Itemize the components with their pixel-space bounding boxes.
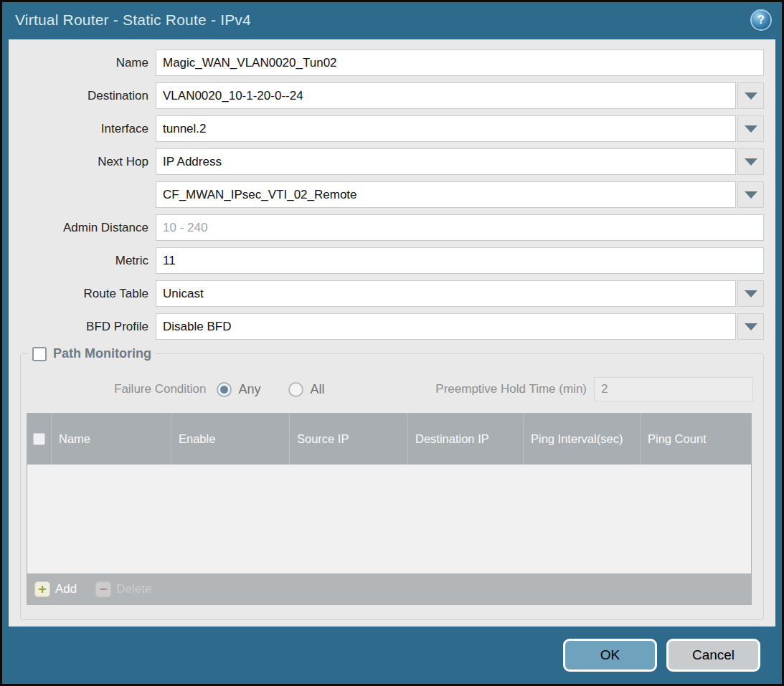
select-all-cell	[27, 414, 52, 465]
next-hop-row: Next Hop	[9, 148, 764, 175]
dialog-footer: OK Cancel	[2, 627, 782, 684]
metric-label: Metric	[9, 254, 156, 268]
add-plus-icon: +	[34, 581, 50, 597]
admin-distance-label: Admin Distance	[9, 221, 156, 235]
dialog-body: Name Destination Interface Next Hop	[9, 39, 775, 627]
add-button[interactable]: + Add	[34, 581, 77, 597]
bfd-profile-label: BFD Profile	[9, 320, 156, 334]
preemptive-hold-time-input[interactable]	[594, 377, 753, 401]
destination-dropdown-button[interactable]	[737, 82, 764, 109]
failure-condition-any-radio[interactable]: Any	[217, 382, 261, 397]
radio-icon	[217, 382, 232, 397]
destination-row: Destination	[9, 82, 764, 109]
name-input[interactable]	[156, 49, 764, 76]
delete-button[interactable]: − Delete	[95, 581, 151, 597]
dialog-title: Virtual Router - Static Route - IPv4	[15, 11, 251, 29]
chevron-down-icon	[745, 323, 757, 330]
dialog-window: Virtual Router - Static Route - IPv4 ? N…	[2, 2, 782, 684]
interface-dropdown-button[interactable]	[737, 115, 764, 142]
chevron-down-icon	[745, 191, 757, 199]
table-toolbar: + Add − Delete	[27, 573, 751, 604]
column-header-destination-ip[interactable]: Destination IP	[408, 414, 524, 465]
radio-icon	[288, 382, 303, 397]
destination-label: Destination	[9, 89, 156, 103]
delete-minus-icon: −	[95, 581, 111, 597]
admin-distance-row: Admin Distance	[9, 214, 764, 241]
delete-label: Delete	[116, 582, 151, 596]
next-hop-address-dropdown-button[interactable]	[737, 181, 764, 208]
path-monitoring-checkbox[interactable]	[32, 347, 47, 361]
static-route-form: Name Destination Interface Next Hop	[9, 40, 775, 340]
chevron-down-icon	[745, 92, 757, 100]
select-all-checkbox[interactable]	[33, 433, 45, 445]
failure-condition-label: Failure Condition	[114, 382, 207, 396]
chevron-down-icon	[745, 125, 757, 133]
column-header-ping-interval[interactable]: Ping Interval(sec)	[524, 414, 641, 465]
column-header-enable[interactable]: Enable	[171, 414, 290, 465]
help-icon[interactable]: ?	[752, 11, 770, 29]
name-row: Name	[9, 49, 764, 76]
ok-button[interactable]: OK	[563, 639, 657, 672]
failure-condition-row: Failure Condition Any All Preemptive Hol…	[27, 377, 753, 401]
chevron-down-icon	[745, 158, 757, 166]
question-mark-glyph: ?	[757, 14, 765, 26]
bfd-profile-input[interactable]	[156, 313, 736, 340]
add-label: Add	[55, 582, 77, 596]
route-table-label: Route Table	[9, 287, 156, 301]
next-hop-address-input[interactable]	[156, 181, 736, 208]
path-monitoring-title: Path Monitoring	[53, 346, 151, 361]
path-monitoring-legend: Path Monitoring	[28, 346, 156, 361]
radio-all-label: All	[311, 382, 325, 397]
route-table-row: Route Table	[9, 280, 764, 307]
failure-condition-all-radio[interactable]: All	[288, 382, 325, 397]
next-hop-type-input[interactable]	[156, 148, 736, 175]
column-header-source-ip[interactable]: Source IP	[290, 414, 408, 465]
metric-row: Metric	[9, 247, 764, 274]
column-header-name[interactable]: Name	[52, 414, 171, 465]
route-table-input[interactable]	[156, 280, 736, 307]
route-table-dropdown-button[interactable]	[737, 280, 764, 307]
next-hop-type-dropdown-button[interactable]	[737, 148, 764, 175]
path-monitoring-table: Name Enable Source IP Destination IP Pin…	[27, 413, 752, 605]
bfd-profile-row: BFD Profile	[9, 313, 764, 340]
cancel-button[interactable]: Cancel	[666, 639, 760, 672]
bfd-profile-dropdown-button[interactable]	[737, 313, 764, 340]
preemptive-hold-time-label: Preemptive Hold Time (min)	[435, 382, 587, 396]
destination-input[interactable]	[156, 82, 736, 109]
interface-row: Interface	[9, 115, 764, 142]
interface-label: Interface	[9, 122, 156, 136]
table-body-empty	[27, 465, 751, 573]
chevron-down-icon	[745, 290, 757, 297]
column-header-ping-count[interactable]: Ping Count	[641, 414, 751, 465]
title-bar: Virtual Router - Static Route - IPv4 ?	[2, 2, 782, 38]
metric-input[interactable]	[156, 247, 764, 274]
interface-input[interactable]	[156, 115, 736, 142]
admin-distance-input[interactable]	[156, 214, 764, 241]
name-label: Name	[9, 56, 156, 70]
table-header-row: Name Enable Source IP Destination IP Pin…	[27, 414, 751, 465]
next-hop-address-row	[9, 181, 764, 208]
radio-any-label: Any	[239, 382, 261, 397]
next-hop-label: Next Hop	[9, 155, 156, 169]
path-monitoring-section: Path Monitoring Failure Condition Any Al…	[20, 346, 764, 620]
